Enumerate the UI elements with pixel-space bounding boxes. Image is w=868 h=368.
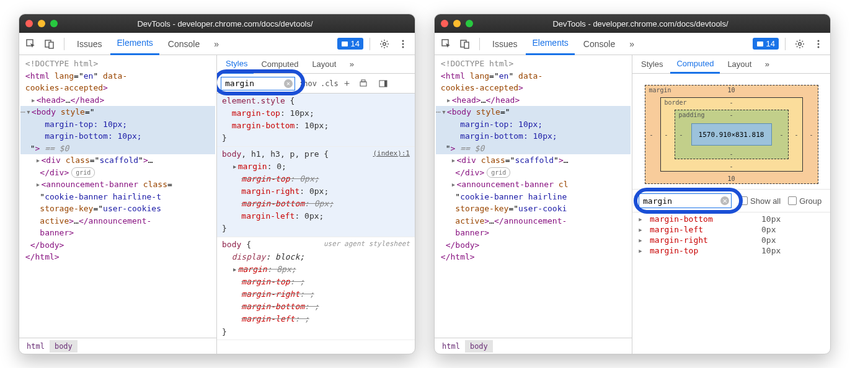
tab-console[interactable]: Console bbox=[162, 33, 206, 55]
box-model[interactable]: margin border padding 1570.910×831.818 1… bbox=[645, 85, 818, 184]
svg-point-4 bbox=[383, 42, 386, 45]
selected-node[interactable]: ⋯▾<body style=" bbox=[436, 106, 631, 118]
zoom-dot[interactable] bbox=[466, 20, 473, 27]
subtab-styles[interactable]: Styles bbox=[219, 55, 254, 74]
subtab-layout[interactable]: Layout bbox=[721, 55, 758, 74]
panel-toggle-icon[interactable] bbox=[375, 76, 391, 92]
svg-rect-2 bbox=[49, 42, 53, 48]
dom-tree-pane: <!DOCTYPE html> <html lang="en" data- co… bbox=[19, 55, 217, 354]
inspect-icon[interactable] bbox=[438, 36, 454, 52]
subtab-layout[interactable]: Layout bbox=[306, 55, 342, 74]
hov-toggle[interactable]: :hov bbox=[299, 79, 317, 88]
svg-rect-11 bbox=[384, 81, 387, 87]
svg-point-17 bbox=[818, 40, 820, 42]
device-icon[interactable] bbox=[457, 36, 473, 52]
selected-node[interactable]: ⋯▾<body style=" bbox=[20, 106, 215, 118]
svg-point-18 bbox=[818, 43, 820, 45]
computed-subtabs: Styles Computed Layout » bbox=[632, 55, 830, 74]
group-checkbox[interactable]: Group bbox=[788, 196, 822, 206]
issues-count: 14 bbox=[351, 39, 360, 48]
more-tabs-icon[interactable]: » bbox=[208, 36, 224, 52]
grid-badge[interactable]: grid bbox=[487, 167, 510, 178]
main-toolbar: Issues Elements Console » 14 bbox=[19, 33, 415, 55]
svg-rect-14 bbox=[464, 42, 469, 48]
styles-subtabs: Styles Computed Layout » bbox=[217, 55, 415, 74]
grid-badge[interactable]: grid bbox=[71, 167, 95, 178]
tab-console[interactable]: Console bbox=[577, 33, 621, 55]
computed-row[interactable]: ▸margin-bottom10px bbox=[637, 214, 825, 224]
svg-point-7 bbox=[402, 46, 404, 48]
new-rule-button[interactable]: ＋ bbox=[342, 77, 352, 89]
inspect-icon[interactable] bbox=[23, 36, 39, 52]
clear-filter-icon[interactable]: ✕ bbox=[720, 196, 729, 205]
devtools-window-computed: DevTools - developer.chrome.com/docs/dev… bbox=[434, 14, 831, 354]
tab-issues[interactable]: Issues bbox=[486, 33, 523, 55]
kebab-icon[interactable] bbox=[395, 36, 411, 52]
close-dot[interactable] bbox=[25, 20, 33, 27]
svg-rect-9 bbox=[361, 80, 365, 82]
crumb-html[interactable]: html bbox=[22, 340, 50, 353]
computed-pane: Styles Computed Layout » margin border p… bbox=[632, 55, 830, 354]
subtab-styles[interactable]: Styles bbox=[635, 55, 669, 74]
issues-badge[interactable]: 14 bbox=[753, 38, 779, 50]
dom-tree[interactable]: <!DOCTYPE html> <html lang="en" data- co… bbox=[19, 55, 216, 338]
gear-icon[interactable] bbox=[376, 36, 392, 52]
cls-toggle[interactable]: .cls bbox=[321, 79, 339, 88]
breadcrumbs: html body bbox=[19, 338, 216, 354]
crumb-body[interactable]: body bbox=[50, 340, 78, 353]
tab-elements[interactable]: Elements bbox=[110, 33, 159, 55]
clear-filter-icon[interactable]: ✕ bbox=[284, 79, 293, 88]
svg-point-16 bbox=[799, 42, 802, 45]
svg-point-19 bbox=[818, 46, 820, 48]
computed-properties[interactable]: ▸margin-bottom10px ▸margin-left0px ▸marg… bbox=[632, 212, 830, 354]
device-icon[interactable] bbox=[42, 36, 58, 52]
window-title: DevTools - developer.chrome.com/docs/dev… bbox=[482, 19, 799, 28]
close-dot[interactable] bbox=[441, 20, 448, 27]
computed-row[interactable]: ▸margin-left0px bbox=[637, 224, 825, 235]
dom-tree-pane: <!DOCTYPE html> <html lang="en" data- co… bbox=[435, 55, 632, 354]
dom-tree[interactable]: <!DOCTYPE html> <html lang="en" data- co… bbox=[435, 55, 632, 338]
titlebar: DevTools - developer.chrome.com/docs/dev… bbox=[435, 14, 830, 33]
main-toolbar: Issues Elements Console » 14 bbox=[435, 33, 830, 55]
more-subtabs-icon[interactable]: » bbox=[343, 56, 360, 72]
show-all-checkbox[interactable]: Show all bbox=[739, 196, 781, 206]
computed-row[interactable]: ▸margin-right0px bbox=[637, 235, 825, 245]
issues-count: 14 bbox=[766, 39, 775, 48]
tab-issues[interactable]: Issues bbox=[71, 33, 108, 55]
print-icon[interactable] bbox=[355, 76, 371, 92]
more-tabs-icon[interactable]: » bbox=[624, 36, 640, 52]
styles-rules[interactable]: element.style { margin-top: 10px; margin… bbox=[217, 94, 415, 354]
computed-row[interactable]: ▸margin-top10px bbox=[637, 245, 825, 256]
tab-elements[interactable]: Elements bbox=[526, 33, 574, 55]
svg-rect-3 bbox=[342, 42, 348, 46]
styles-filter-row: ✕ :hov .cls ＋ bbox=[217, 74, 415, 94]
breadcrumbs: html body bbox=[435, 338, 632, 354]
computed-filter-row: ✕ Show all Group bbox=[632, 189, 830, 212]
traffic-lights bbox=[441, 20, 473, 27]
minimize-dot[interactable] bbox=[453, 20, 461, 27]
more-subtabs-icon[interactable]: » bbox=[759, 56, 775, 72]
filter-wrap: ✕ bbox=[221, 77, 295, 90]
svg-rect-15 bbox=[757, 42, 763, 46]
minimize-dot[interactable] bbox=[38, 20, 45, 27]
svg-rect-8 bbox=[360, 82, 366, 86]
zoom-dot[interactable] bbox=[50, 20, 58, 27]
crumb-html[interactable]: html bbox=[437, 340, 465, 353]
titlebar: DevTools - developer.chrome.com/docs/dev… bbox=[19, 14, 415, 33]
box-content: 1570.910×831.818 bbox=[691, 123, 772, 146]
crumb-body[interactable]: body bbox=[465, 340, 493, 353]
kebab-icon[interactable] bbox=[810, 36, 826, 52]
window-title: DevTools - developer.chrome.com/docs/dev… bbox=[66, 19, 384, 28]
computed-filter-input[interactable] bbox=[639, 193, 732, 208]
subtab-computed[interactable]: Computed bbox=[670, 55, 720, 74]
devtools-window-styles: DevTools - developer.chrome.com/docs/dev… bbox=[19, 14, 415, 354]
svg-point-6 bbox=[402, 43, 404, 45]
gear-icon[interactable] bbox=[792, 36, 808, 52]
styles-pane: Styles Computed Layout » ✕ :hov .cls ＋ bbox=[217, 55, 415, 354]
issues-badge[interactable]: 14 bbox=[337, 38, 363, 50]
svg-point-5 bbox=[402, 40, 404, 42]
filter-wrap: ✕ bbox=[639, 193, 732, 208]
subtab-computed[interactable]: Computed bbox=[255, 55, 304, 74]
traffic-lights bbox=[25, 20, 58, 27]
